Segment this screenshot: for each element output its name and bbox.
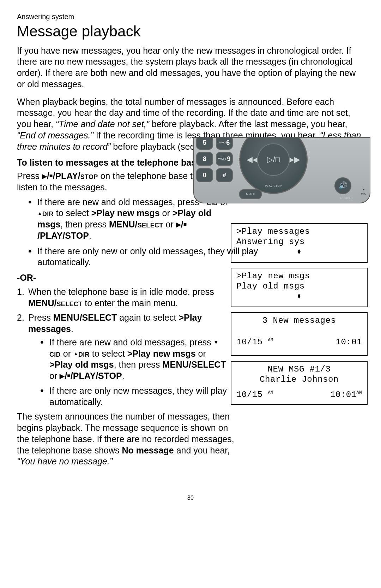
up-triangle-icon: ▲ xyxy=(37,211,42,216)
lcd-date: 10/15 AM xyxy=(236,337,273,348)
text: , then press xyxy=(60,219,109,229)
dir-label: dir xyxy=(42,208,54,218)
text: or xyxy=(163,219,176,229)
lcd-title: 3 New messages xyxy=(236,316,362,326)
play-dial: ◀◀ ▶▶ ▷/□ PLAY/STOP xyxy=(239,137,308,194)
text: , then press xyxy=(114,360,163,369)
text: /SELECT xyxy=(189,360,226,369)
dir-label: dir xyxy=(78,349,90,358)
text: and you hear, xyxy=(174,445,230,455)
text: /select xyxy=(135,219,163,229)
text: When the telephone base is in idle mode,… xyxy=(28,287,214,297)
updown-icon: ▲▼ xyxy=(236,294,362,299)
intro-paragraph-1: If you have new messages, you hear only … xyxy=(17,45,364,90)
record-label: RECORD xyxy=(307,138,320,141)
mic-label: •MIC xyxy=(361,187,366,196)
play-icon: ▶ xyxy=(60,373,65,379)
keypad: 5 MNO6 8 WXYZ9 0 # xyxy=(194,137,233,184)
text: /SELECT xyxy=(80,313,117,322)
menu-option: >Play new msgs xyxy=(91,208,160,218)
play-stop-label: PLAY/STOP xyxy=(265,184,282,188)
lcd-date: 10/15 AM xyxy=(236,390,273,400)
lcd-line: Answering sys xyxy=(236,237,362,247)
list-item: If there are only new messages, they wil… xyxy=(40,385,228,408)
lcd-time: 10:01AM xyxy=(330,390,362,400)
emphasized: No message xyxy=(122,445,174,455)
text: . xyxy=(122,371,125,381)
up-triangle-icon: ▲ xyxy=(73,351,78,356)
text: Press xyxy=(17,171,42,181)
key-hash: # xyxy=(216,168,233,182)
phone-base-illustration: 5 MNO6 8 WXYZ9 0 # ◀◀ ▶▶ ▷/□ PLAY/STOP R… xyxy=(193,137,370,203)
press-instruction: Press ▶/■/PLAY/stop on the telephone bas… xyxy=(17,171,218,193)
text: or xyxy=(61,349,73,358)
lcd-line: >Play messages xyxy=(236,227,362,237)
key-5: 5 xyxy=(196,137,213,150)
mute-button: MUTE xyxy=(239,189,262,199)
text: again to select xyxy=(117,313,179,322)
lcd-title: NEW MSG #1/3 xyxy=(236,364,362,375)
text: select xyxy=(57,298,83,308)
updown-icon: ▲▼ xyxy=(236,249,362,255)
lcd-screen-3: 3 New messages 10/15 AM 10:01 xyxy=(231,312,368,356)
text: If there are new and old messages, press xyxy=(49,337,214,347)
key-6: MNO6 xyxy=(216,137,233,150)
quote: “Time and date not set,” xyxy=(56,119,149,129)
quote: “End of messages.” xyxy=(17,130,93,140)
list-item: If there are only new or only old messag… xyxy=(28,246,263,268)
numbered-list: When the telephone base is in idle mode,… xyxy=(17,286,228,408)
text: or xyxy=(196,349,206,358)
quote: “You have no message.” xyxy=(17,456,113,466)
closing-paragraph: The system announces the number of messa… xyxy=(17,411,243,467)
sub-bullet-list: If there are new and old messages, press… xyxy=(28,337,228,408)
text: to enter the main menu. xyxy=(82,298,178,308)
text: or xyxy=(49,371,60,381)
cid-label: cid xyxy=(49,349,61,358)
repeat-icon: ◀◀ xyxy=(247,155,259,165)
or-separator: -OR- xyxy=(17,272,229,284)
list-item: Press MENU/SELECT again to select >Play … xyxy=(17,312,228,408)
bullet-list: If there are new and old messages, press… xyxy=(17,197,263,268)
page-title: Message playback xyxy=(17,22,364,41)
text: . xyxy=(89,231,91,240)
text: MENU xyxy=(162,360,189,369)
menu-option: >Play old msgs xyxy=(49,360,114,369)
key-8: 8 xyxy=(196,152,213,166)
skip-icon: ▶▶ xyxy=(288,155,300,165)
play-icon: ▶ xyxy=(42,173,47,179)
text: MENU xyxy=(109,219,135,229)
speaker-label: SPEAKER xyxy=(340,197,353,200)
play-stop-button: ▷/□ xyxy=(257,143,290,176)
text: or xyxy=(160,208,173,218)
down-triangle-icon: ▼ xyxy=(214,340,219,345)
page-number: 80 xyxy=(0,494,381,501)
text: If there are new and old messages, press xyxy=(37,197,202,207)
skip-label: SKIP xyxy=(307,151,310,159)
text: before playback (see xyxy=(110,142,197,152)
stop-icon: ■ xyxy=(67,373,71,379)
stop-icon: ■ xyxy=(49,173,53,179)
list-item: If there are new and old messages, press… xyxy=(40,337,228,382)
text: before playback. After the last message,… xyxy=(149,119,347,129)
lcd-time: 10:01 xyxy=(335,337,362,348)
text: MENU/ xyxy=(28,298,57,308)
key-0: 0 xyxy=(196,168,213,182)
text: to select xyxy=(90,349,127,358)
lcd-screen-1: >Play messages Answering sys ▲▼ xyxy=(231,223,368,263)
list-item: When the telephone base is in idle mode,… xyxy=(17,286,228,309)
lcd-screen-2: >Play new msgs Play old msgs ▲▼ xyxy=(231,268,368,307)
speaker-button: 🔊 xyxy=(334,177,351,194)
text: to select xyxy=(54,208,91,218)
lcd-line: Play old msgs xyxy=(236,281,362,292)
text: stop xyxy=(80,171,98,181)
menu-option: >Play new msgs xyxy=(127,349,196,358)
section-label: Answering system xyxy=(17,12,364,21)
play-icon: ▶ xyxy=(176,221,181,228)
lcd-caller: Charlie Johnson xyxy=(236,375,362,385)
text: . xyxy=(71,324,73,334)
lcd-screen-4: NEW MSG #1/3 Charlie Johnson 10/15 AM 10… xyxy=(231,361,368,405)
key-9: WXYZ9 xyxy=(216,152,233,166)
text: MENU xyxy=(53,313,80,322)
lcd-line: >Play new msgs xyxy=(236,271,362,281)
text: Press xyxy=(28,313,53,322)
